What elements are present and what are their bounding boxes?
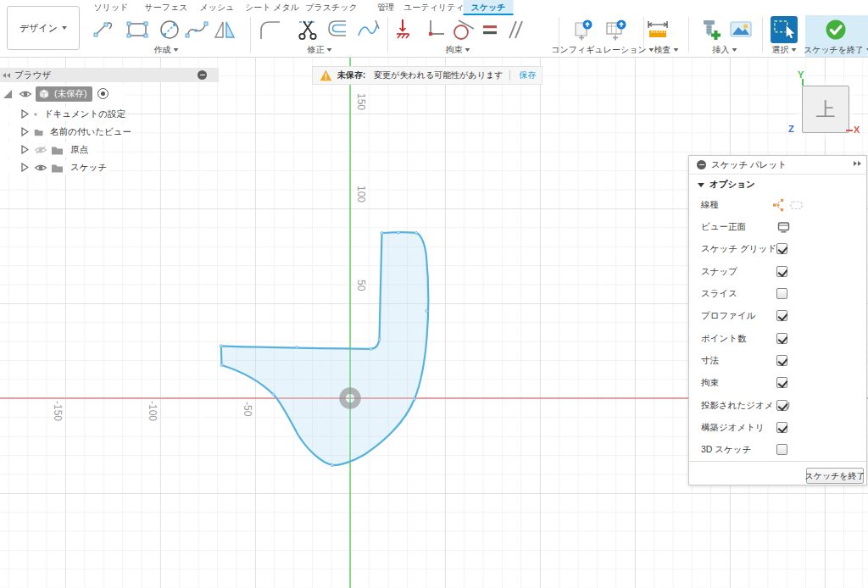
group-select[interactable]: 選択 — [772, 44, 797, 56]
3d-sketch-checkbox[interactable] — [776, 444, 787, 455]
line-tool-icon[interactable] — [92, 17, 117, 42]
tab-utilities[interactable]: ユーティリティ — [396, 0, 471, 15]
profile-checkbox[interactable] — [776, 310, 787, 321]
group-finish-sketch[interactable]: スケッチを終了 — [804, 44, 868, 56]
finish-sketch-button[interactable]: スケッチを終了 — [806, 468, 864, 484]
group-create[interactable]: 作成 — [154, 44, 179, 56]
tangent-constraint-icon[interactable] — [451, 17, 476, 42]
sketch-grid-checkbox[interactable] — [776, 243, 787, 254]
activate-component-icon[interactable] — [97, 88, 108, 99]
expand-arrow-icon[interactable] — [21, 127, 29, 136]
look-at-icon[interactable] — [776, 220, 791, 234]
palette-section-options[interactable]: オプション — [689, 179, 755, 191]
group-inspect[interactable]: 検査 — [654, 44, 679, 56]
group-modify[interactable]: 修正 — [308, 44, 332, 56]
group-configuration[interactable]: コンフィギュレーション — [551, 44, 654, 56]
palette-expand-icon[interactable] — [853, 161, 861, 166]
viewcube-face-top[interactable]: 上 — [816, 97, 836, 123]
tab-plastic[interactable]: プラスチック — [298, 0, 364, 15]
dimensions-checkbox[interactable] — [776, 355, 787, 366]
expand-arrow-icon[interactable] — [21, 109, 29, 119]
document-name: (未保存) — [54, 88, 87, 100]
edit-spline-tool-icon[interactable] — [356, 17, 381, 42]
toolbar-separator — [250, 17, 251, 53]
dropdown-arrow-icon — [674, 48, 679, 52]
tab-solid[interactable]: ソリッド — [86, 0, 136, 15]
equal-constraint-icon[interactable] — [477, 17, 503, 42]
configure-design-icon[interactable] — [570, 17, 596, 42]
browser-item-sketches[interactable]: スケッチ — [0, 160, 108, 175]
fillet-tool-icon[interactable] — [258, 17, 283, 42]
mirror-tool-icon[interactable] — [212, 17, 237, 42]
viewcube[interactable]: 上 — [802, 86, 849, 133]
group-insert[interactable]: 挿入 — [713, 44, 737, 56]
palette-row-linetype: 線種 — [689, 194, 868, 216]
tab-surface[interactable]: サーフェス — [137, 0, 196, 15]
offset-tool-icon[interactable] — [326, 17, 351, 42]
browser-minimize-icon[interactable] — [198, 70, 207, 80]
vertical-horizontal-constraint-icon[interactable] — [422, 17, 448, 42]
slice-checkbox[interactable] — [776, 288, 787, 299]
palette-row-sketch-grid: スケッチ グリッド — [689, 238, 868, 260]
expand-arrow-icon[interactable] — [21, 145, 29, 154]
parallel-constraint-icon[interactable] — [500, 17, 526, 42]
dropdown-arrow-icon — [327, 48, 332, 52]
eye-hidden-icon[interactable] — [34, 145, 47, 155]
save-link[interactable]: 保存 — [519, 69, 536, 81]
document-root[interactable]: (未保存) — [36, 86, 92, 102]
circle-tool-icon[interactable] — [157, 17, 182, 42]
palette-minimize-icon[interactable] — [697, 160, 706, 169]
eye-icon[interactable] — [19, 89, 32, 99]
linetype-spline-icon[interactable] — [771, 198, 785, 212]
finish-sketch-icon[interactable] — [823, 17, 849, 42]
palette-row-projected-geometry: 投影されたジオメトリ — [689, 395, 868, 417]
configuration-table-icon[interactable] — [604, 17, 629, 42]
constraints-checkbox[interactable] — [776, 377, 787, 388]
browser-item-document-settings[interactable]: ドキュメントの設定 — [0, 107, 125, 121]
palette-header[interactable]: スケッチ パレット — [689, 156, 866, 175]
palette-row-slice: スライス — [689, 283, 868, 305]
insert-image-icon[interactable] — [728, 17, 754, 42]
group-constraints[interactable]: 拘束 — [446, 44, 470, 56]
x-tick-n100: -100 — [147, 401, 159, 421]
gear-icon — [34, 108, 37, 120]
rectangle-tool-icon[interactable] — [125, 17, 150, 42]
expand-arrow-icon[interactable] — [21, 163, 29, 172]
insert-fastener-icon[interactable] — [698, 17, 723, 42]
measure-tool-icon[interactable] — [645, 17, 670, 42]
eye-icon[interactable] — [34, 163, 47, 173]
toolbar-separator — [762, 17, 763, 53]
dropdown-arrow-icon — [732, 48, 737, 52]
points-checkbox[interactable] — [776, 333, 787, 344]
browser-root-item[interactable]: (未保存) — [0, 84, 125, 103]
browser-item-named-views[interactable]: 名前の付いたビュー — [0, 125, 131, 139]
sketch-profile[interactable] — [221, 232, 428, 465]
palette-row-points: ポイント数 — [689, 328, 868, 350]
fix-constraint-icon[interactable] — [390, 17, 415, 42]
y-tick-150: 150 — [355, 93, 367, 110]
browser-header: ブラウザ — [0, 68, 219, 82]
dropdown-arrow-icon — [174, 48, 179, 52]
sketch-palette: スケッチ パレット オプション 線種 ビュー正面 — [688, 155, 867, 485]
spline-tool-icon[interactable] — [184, 17, 209, 42]
expand-wedge-icon[interactable] — [3, 90, 12, 98]
projected-geometry-checkbox[interactable] — [776, 400, 787, 411]
palette-row-snap: スナップ — [689, 261, 868, 283]
trim-tool-icon[interactable] — [296, 17, 321, 42]
main-toolbar: デザイン ソリッド サーフェス メッシュ シート メタル プラスチック 管理 ユ… — [0, 0, 868, 58]
select-tool-icon[interactable] — [770, 15, 798, 44]
snap-checkbox[interactable] — [776, 266, 787, 277]
tab-sketch[interactable]: スケッチ — [464, 0, 514, 15]
browser-item-origin[interactable]: 原点 — [0, 142, 98, 157]
browser-collapse-icon[interactable] — [3, 73, 11, 78]
palette-row-construction-geometry: 構築ジオメトリ — [689, 417, 868, 439]
section-collapse-icon[interactable] — [698, 183, 704, 187]
tab-sheetmetal[interactable]: シート メタル — [237, 0, 307, 15]
construction-geometry-checkbox[interactable] — [776, 422, 787, 433]
x-tick-n50: -50 — [242, 402, 253, 416]
tab-mesh[interactable]: メッシュ — [192, 0, 242, 15]
folder-icon — [51, 145, 64, 155]
linetype-construction-icon[interactable] — [789, 198, 804, 212]
workspace-switcher[interactable]: デザイン — [7, 6, 80, 50]
x-tick-n150: -150 — [52, 401, 64, 421]
